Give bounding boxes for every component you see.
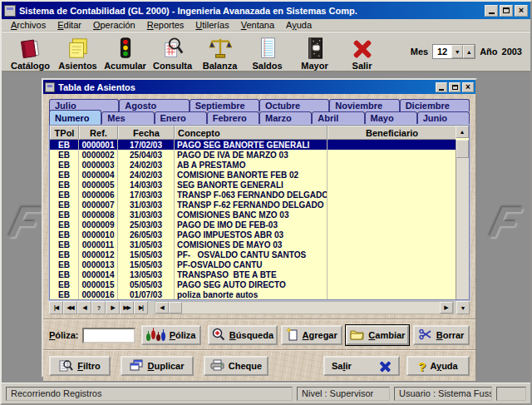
table-row[interactable]: EB 0000013 15/05/03 PF-OSVALDO CANTU [50, 259, 456, 269]
cell-fecha: 15/05/03 [118, 249, 175, 259]
tab-numero[interactable]: Numero [49, 110, 101, 125]
tab-junio[interactable]: Junio [417, 111, 470, 125]
table-row[interactable]: EB 0000015 05/05/03 PAGO SEG AUTO DIRECT… [50, 279, 456, 289]
cell-fecha: 31/03/03 [118, 210, 175, 220]
vertical-scroll-thumb[interactable] [456, 140, 469, 158]
table-row[interactable]: EB 0000007 31/03/03 TRANSP F-62 FERNANDO… [50, 200, 456, 210]
toolbar-saldos-button[interactable]: Saldos [244, 32, 291, 71]
table-row[interactable]: EB 0000005 14/03/03 SEG BANORTE GENERALI [50, 180, 456, 190]
cell-fecha: 24/02/03 [118, 170, 175, 180]
table-row[interactable]: EB 0000011 31/05/03 COMISIONES DE MAYO 0… [50, 240, 456, 249]
column-header-concepto[interactable]: Concepto [175, 126, 328, 140]
tab-octubre[interactable]: Octubre [259, 99, 329, 111]
system-menu-icon[interactable] [4, 5, 16, 17]
menu-archivos[interactable]: Archivos [5, 20, 52, 30]
cambiar-button[interactable]: Cambiar [346, 325, 409, 345]
table-row[interactable]: EB 0000010 26/05/03 PAGO IMPUESTOS ABR 0… [50, 230, 456, 240]
child-close-button[interactable]: × [462, 82, 474, 92]
tab-agosto[interactable]: Agosto [119, 99, 189, 111]
month-up-button[interactable]: ▲ [463, 45, 475, 58]
horizontal-scroll-right-button[interactable]: ▶ [440, 302, 453, 314]
table-row[interactable]: EB 0000012 15/05/03 PF- OSVALDO CANTU SA… [50, 249, 456, 259]
menu-operacion[interactable]: Operación [87, 20, 141, 30]
toolbar-consulta-button[interactable]: Consulta [149, 32, 196, 71]
column-header-fecha[interactable]: Fecha [118, 126, 175, 140]
nav-first-button[interactable]: |◀ [49, 301, 63, 314]
tab-marzo[interactable]: Marzo [259, 111, 312, 125]
busqueda-button[interactable]: Búsqueda [208, 325, 278, 345]
toolbar-catalogo-button[interactable]: Catálogo [7, 32, 54, 71]
tab-enero[interactable]: Enero [155, 111, 207, 125]
table-row[interactable]: EB 0000014 13/05/03 TRANSPASO BTE A BTE [50, 269, 456, 279]
table-row[interactable]: EB 0000003 24/02/03 AB A PRESTAMO [50, 160, 456, 170]
cheque-button[interactable]: Cheque [204, 356, 268, 376]
nav-search-button[interactable]: ? [91, 301, 106, 314]
tab-mes[interactable]: Mes [101, 111, 154, 125]
filtro-button[interactable]: Filtro [49, 356, 111, 376]
table-row[interactable]: EB 0000008 31/03/03 COMISIONES BANC MZO … [50, 210, 456, 220]
agregar-button[interactable]: Agregar [281, 325, 342, 345]
toolbar-salir-button[interactable]: Salir [338, 32, 386, 71]
duplicar-button[interactable]: Duplicar [121, 356, 194, 376]
menu-utilerias[interactable]: Utilerías [190, 20, 234, 30]
table-row[interactable]: EB 0000006 17/03/03 TRANSP F-063 FERNAND… [50, 190, 456, 200]
salir-button[interactable]: Salir [323, 356, 400, 376]
tab-febrero[interactable]: Febrero [207, 111, 259, 125]
horizontal-scrollbar[interactable]: ◀ ▶ [155, 301, 454, 314]
close-icon: × [519, 6, 524, 15]
nav-next-button[interactable]: ▶ [106, 301, 120, 314]
menu-bar: Archivos Editar Operación Reportes Utile… [2, 19, 530, 32]
minimize-button[interactable] [485, 5, 498, 17]
menu-ayuda[interactable]: Ayuda [280, 20, 318, 30]
close-icon: × [466, 83, 470, 91]
table-row[interactable]: EB 0000004 24/02/03 COMISIONE BANORTE FE… [50, 170, 456, 180]
nav-last-button[interactable]: ▶| [134, 301, 148, 314]
menu-editar[interactable]: Editar [52, 20, 87, 30]
toolbar-balanza-button[interactable]: Balanza [196, 32, 244, 71]
grid-rows: EB 0000001 17/02/03 PAGO SEG BANORTE GEN… [50, 140, 456, 299]
column-header-tpol[interactable]: TPol [50, 126, 79, 140]
child-maximize-button[interactable] [449, 82, 461, 92]
notepad-icon [255, 36, 280, 61]
vertical-scrollbar[interactable] [456, 140, 469, 299]
cell-beneficiario [328, 269, 456, 279]
maximize-button[interactable] [500, 5, 513, 17]
column-header-beneficiario[interactable]: Beneficiario [328, 126, 456, 140]
tab-mayo[interactable]: Mayo [365, 111, 417, 125]
tab-diciembre[interactable]: Diciembre [400, 99, 470, 111]
menu-reportes[interactable]: Reportes [141, 20, 190, 30]
nav-fast-prior-button[interactable]: ◀◀ [63, 301, 77, 314]
tab-septiembre[interactable]: Septiembre [190, 99, 259, 111]
table-row[interactable]: EB 0000009 25/03/03 PAGO DE IMO DE FEB-0… [50, 220, 456, 230]
menu-ventana[interactable]: Ventana [235, 20, 280, 30]
close-button[interactable]: × [515, 5, 528, 17]
borrar-button[interactable]: Borrar [413, 325, 470, 345]
copy-windows-icon [130, 359, 143, 373]
poliza-button[interactable]: Póliza [141, 325, 201, 345]
nav-prior-button[interactable]: ◀ [77, 301, 91, 314]
child-minimize-button[interactable] [436, 82, 447, 92]
column-header-ref[interactable]: Ref. [79, 126, 118, 140]
month-down-button[interactable]: ▼ [451, 45, 463, 58]
vertical-scroll-down-button[interactable]: ▼ [456, 301, 470, 314]
toolbar-mayor-button[interactable]: Mayor [291, 32, 338, 71]
cell-beneficiario [328, 160, 456, 170]
toolbar-acumular-button[interactable]: Acumular [101, 32, 149, 71]
table-row[interactable]: EB 0000001 17/02/03 PAGO SEG BANORTE GEN… [50, 140, 456, 150]
horizontal-scroll-left-button[interactable]: ◀ [155, 302, 169, 314]
tab-noviembre[interactable]: Noviembre [329, 99, 399, 111]
horizontal-scroll-thumb[interactable] [169, 302, 182, 314]
tab-abril[interactable]: Abril [312, 111, 364, 125]
child-system-icon[interactable] [45, 82, 55, 92]
vertical-scroll-up-button[interactable]: ▲ [456, 126, 469, 138]
table-row[interactable]: EB 0000002 25/04/03 PAGO DE IVA DE MARZO… [50, 150, 456, 160]
table-row[interactable]: EB 0000016 01/07/03 poliza banorte autos [50, 289, 456, 299]
poliza-input[interactable] [82, 328, 135, 343]
new-page-icon [286, 328, 298, 343]
cell-concepto: COMISIONE BANORTE FEB 02 [175, 170, 328, 180]
ayuda-button[interactable]: ? Ayuda [406, 356, 470, 376]
cell-tpol: EB [50, 259, 79, 269]
cell-ref: 0000006 [79, 190, 118, 200]
toolbar-asientos-button[interactable]: Asientos [54, 32, 101, 71]
nav-fast-next-button[interactable]: ▶▶ [120, 301, 134, 314]
